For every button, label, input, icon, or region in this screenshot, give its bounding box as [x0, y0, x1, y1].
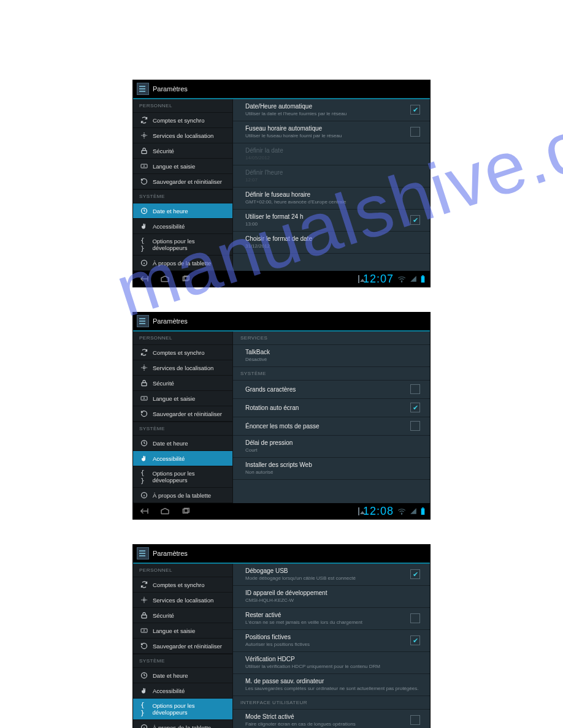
setting-row[interactable]: Positions fictives Autoriser les positio… — [233, 630, 430, 652]
info-icon — [140, 724, 148, 728]
sidebar-item-sauvegarde[interactable]: Sauvegarder et réinitialiser — [133, 174, 232, 189]
sidebar-item-label: Langue et saisie — [153, 628, 195, 634]
setting-row[interactable]: Date/Heure automatique Utiliser la date … — [233, 99, 430, 121]
setting-row: Définir l'heure 12:07 — [233, 165, 430, 188]
section-header-systeme: SYSTÈME — [133, 654, 232, 668]
setting-row[interactable]: Fuseau horaire automatique Utiliser le f… — [233, 121, 430, 143]
picture-icon — [358, 508, 359, 515]
sidebar-item-label: Langue et saisie — [153, 395, 195, 402]
back-button[interactable] — [138, 275, 150, 283]
sidebar-item-securite[interactable]: Sécurité — [133, 376, 232, 391]
setting-title: Date/Heure automatique — [245, 103, 410, 110]
sidebar-item-date[interactable]: Date et heure — [133, 203, 232, 219]
sync-icon — [140, 349, 148, 356]
tablet-screenshot: Paramètres PERSONNEL Comptes et synchro … — [132, 312, 431, 520]
sidebar-item-comptes[interactable]: Comptes et synchro — [133, 577, 232, 593]
sidebar-item-securite[interactable]: Sécurité — [133, 143, 232, 159]
setting-row[interactable]: Utiliser le format 24 h 13:00 ✔ — [233, 210, 430, 232]
checkbox[interactable] — [410, 127, 420, 137]
checkbox[interactable]: ✔ — [410, 105, 420, 115]
sidebar-item-comptes[interactable]: Comptes et synchro — [133, 345, 232, 360]
home-button[interactable] — [159, 275, 171, 283]
back-button[interactable] — [138, 507, 150, 515]
setting-row[interactable]: Rotation auto écran ✔ — [233, 399, 430, 417]
sidebar-item-label: Comptes et synchro — [153, 349, 204, 356]
sidebar-item-label: Accessibilité — [153, 688, 185, 694]
clock-icon — [140, 672, 148, 679]
sidebar-item-localisation[interactable]: Services de localisation — [133, 593, 232, 608]
sidebar-item-label: Comptes et synchro — [153, 582, 204, 588]
setting-row[interactable]: Débogage USB Mode débogage lorsqu'un câb… — [233, 564, 430, 586]
setting-title: Grands caractères — [245, 386, 410, 393]
setting-title: TalkBack — [245, 349, 423, 355]
recent-apps-button[interactable] — [180, 507, 192, 515]
sidebar-item-localisation[interactable]: Services de localisation — [133, 360, 232, 376]
sidebar-item-securite[interactable]: Sécurité — [133, 608, 232, 623]
sidebar-item-dev[interactable]: { } Options pour les développeurs — [133, 466, 232, 488]
sidebar-item-about[interactable]: À propos de la tablette — [133, 488, 232, 503]
sidebar-item-label: Date et heure — [153, 208, 188, 214]
setting-row[interactable]: ID appareil de développement CMSI-HQLH-K… — [233, 586, 430, 608]
sidebar-item-dev[interactable]: { } Options pour les développeurs — [133, 234, 232, 256]
setting-row[interactable]: TalkBack Désactivé — [233, 345, 430, 367]
app-titlebar: Paramètres — [133, 545, 430, 564]
sidebar-item-label: À propos de la tablette — [153, 260, 211, 267]
checkbox[interactable]: ✔ — [410, 215, 420, 225]
setting-row[interactable]: M. de passe sauv. ordinateur Les sauvega… — [233, 674, 430, 696]
signal-icon — [410, 275, 417, 282]
recent-apps-button[interactable] — [180, 275, 192, 283]
setting-row[interactable]: Énoncer les mots de passe — [233, 417, 430, 436]
sidebar-item-comptes[interactable]: Comptes et synchro — [133, 113, 232, 128]
settings-app-icon — [137, 315, 149, 327]
restore-icon — [140, 178, 148, 185]
sidebar-item-about[interactable]: À propos de la tablette — [133, 720, 232, 728]
svg-point-9 — [401, 281, 402, 282]
svg-rect-26 — [142, 615, 147, 618]
setting-row[interactable]: Choisir le format de date 31/12/2012 — [233, 232, 430, 254]
sidebar-item-date[interactable]: Date et heure — [133, 436, 232, 451]
settings-detail-pane: Date/Heure automatique Utiliser la date … — [232, 99, 430, 271]
setting-row[interactable]: Rester activé L'écran ne se met jamais e… — [233, 608, 430, 630]
braces-icon: { } — [140, 241, 147, 248]
sidebar-item-sauvegarde[interactable]: Sauvegarder et réinitialiser — [133, 639, 232, 654]
sidebar-item-access[interactable]: Accessibilité — [133, 219, 232, 234]
system-navbar: 12:07 — [133, 271, 430, 287]
hand-icon — [140, 687, 148, 694]
sidebar-item-access[interactable]: Accessibilité — [133, 451, 232, 466]
detail-section-header: INTERFACE UTILISATEUR — [233, 696, 430, 710]
sidebar-item-sauvegarde[interactable]: Sauvegarder et réinitialiser — [133, 406, 232, 422]
checkbox[interactable] — [410, 421, 420, 431]
sidebar-item-dev[interactable]: { } Options pour les développeurs — [133, 699, 232, 720]
checkbox[interactable]: ✔ — [410, 403, 420, 412]
settings-detail-pane: SERVICES TalkBack Désactivé SYSTÈME Gran… — [232, 332, 430, 503]
section-header-personnel: PERSONNEL — [133, 564, 232, 577]
braces-icon: { } — [140, 705, 147, 713]
checkbox[interactable]: ✔ — [410, 569, 420, 579]
section-header-personnel: PERSONNEL — [133, 99, 232, 113]
sidebar-item-access[interactable]: Accessibilité — [133, 683, 232, 699]
sidebar-item-langue[interactable]: A Langue et saisie — [133, 391, 232, 406]
location-icon — [140, 132, 148, 139]
sidebar-item-langue[interactable]: A Langue et saisie — [133, 159, 232, 174]
setting-title: Définir l'heure — [245, 169, 423, 176]
section-header-systeme: SYSTÈME — [133, 422, 232, 436]
sidebar-item-langue[interactable]: A Langue et saisie — [133, 623, 232, 639]
sidebar-item-localisation[interactable]: Services de localisation — [133, 128, 232, 143]
setting-row[interactable]: Vérification HDCP Utiliser la vérificati… — [233, 652, 430, 674]
sidebar-item-date[interactable]: Date et heure — [133, 668, 232, 683]
setting-row[interactable]: Définir le fuseau horaire GMT+02:00, heu… — [233, 188, 430, 210]
restore-icon — [140, 410, 148, 417]
setting-row[interactable]: Mode Strict activé Faire clignoter écran… — [233, 710, 430, 728]
clock-icon — [140, 439, 148, 447]
setting-row[interactable]: Grands caractères — [233, 381, 430, 399]
checkbox[interactable]: ✔ — [410, 635, 420, 645]
setting-row[interactable]: Délai de pression Court — [233, 436, 430, 458]
sidebar-item-about[interactable]: À propos de la tablette — [133, 256, 232, 271]
settings-app-icon — [137, 83, 149, 95]
setting-row[interactable]: Installer des scripts Web Non autorisé — [233, 458, 430, 480]
checkbox[interactable] — [410, 384, 420, 394]
checkbox[interactable] — [410, 715, 420, 725]
settings-detail-pane: Débogage USB Mode débogage lorsqu'un câb… — [232, 564, 430, 728]
checkbox[interactable] — [410, 613, 420, 623]
home-button[interactable] — [159, 507, 171, 515]
